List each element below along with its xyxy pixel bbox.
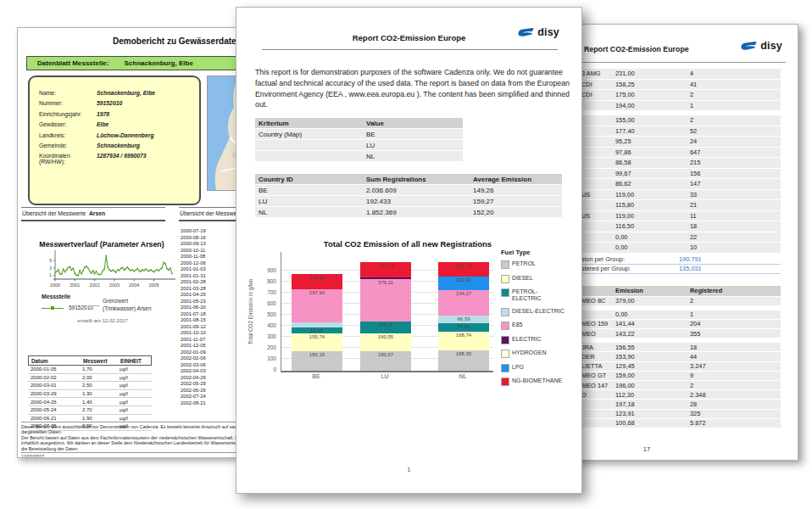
bar-value-label: 188,30	[438, 351, 489, 356]
item-label: 2000-11-08	[181, 254, 205, 260]
datasheet-banner: Datenblatt Messstelle: Schnackenburg, El…	[26, 56, 242, 70]
arsen-line-chart: 135200020012002200320042005	[31, 247, 180, 289]
list-item: Koordinaten (RW/HW):1287934 / 6990073	[30, 153, 199, 163]
bar-segment-diesel: 160,55	[360, 333, 411, 351]
table-cell: µg/l	[118, 416, 152, 421]
emission-table-models: EmissionRegisteredMEO 8C379,0020,001MEO …	[570, 286, 781, 428]
table-row: O112,302.348	[570, 390, 781, 399]
table-row: 86,58215	[570, 158, 781, 168]
svg-text:2000: 2000	[50, 282, 60, 288]
list-item: Gemeinde:Schnackenburg	[30, 143, 199, 153]
table-cell: 159,00	[615, 372, 690, 379]
banner-value: Schnackenburg, Elbe	[124, 59, 192, 67]
table-cell: 215	[690, 159, 781, 166]
item-label: sion per Group:	[570, 255, 679, 263]
co2-chart-legend: Fuel Type PETROLDIESELPETROL- ELECTRICDI…	[501, 249, 579, 392]
item-label: 2002-08-21	[181, 400, 206, 407]
item-label: 2002-02-06	[181, 355, 206, 362]
table-cell: 2000-02-02	[28, 375, 80, 380]
section-param: Arsen	[89, 210, 105, 216]
co2-y-axis-label: Total CO2 Emission in g/km	[247, 252, 256, 371]
item-label: 2001-02-28	[181, 279, 206, 286]
table-cell: µg/l	[118, 383, 152, 388]
footer-divider-bottom	[21, 452, 246, 453]
legend-item: NG-BIOMETHANE	[501, 378, 579, 386]
table-cell: 197,18	[615, 400, 690, 408]
table-header-row: Country IDSum RegistrationsAverage Emiss…	[255, 174, 562, 184]
legend-label: E85	[512, 322, 522, 330]
table-row: MEO143,22355	[570, 329, 781, 338]
item-value: 59152010	[97, 100, 122, 110]
item-label: 2002-03-06	[181, 362, 206, 369]
table-row: MEO 8C379,002	[570, 297, 781, 305]
table-row: 0,0010	[570, 243, 781, 253]
section-header-arsen: Übersicht der Messwerte Arsen	[21, 207, 165, 221]
table-cell: 147	[690, 180, 781, 187]
table-cell: Country ID	[255, 176, 363, 183]
list-item: Name:Schnackenburg, Elbe	[30, 90, 199, 100]
table-row: MEO 159141,44204	[570, 320, 781, 328]
table-row: MEO 147196,002	[570, 381, 781, 389]
bar-segment-petrol-electric: 108,31	[360, 322, 411, 333]
table-cell: BE	[255, 187, 363, 194]
legend-swatch	[501, 350, 509, 358]
disy-logo: disy	[516, 26, 559, 38]
table-cell: LU	[255, 198, 363, 205]
bar-value-label: 108,31	[360, 322, 411, 327]
item-label: 2001-09-12	[181, 324, 206, 331]
table-cell: Messwert	[81, 358, 119, 364]
bar-segment-petrol-electric: 74,06	[438, 323, 489, 332]
table-cell: 2	[690, 382, 781, 389]
list-item: Gewässer:Elbe	[30, 121, 199, 131]
bar-value-label: 297,90	[292, 290, 342, 295]
bar-segment-e85: 234,27	[438, 290, 489, 316]
table-row: NL	[255, 151, 463, 161]
co2-report-page-1: Report CO2-Emission Europe disy This rep…	[236, 7, 582, 494]
svg-text:2002: 2002	[89, 282, 99, 288]
item-label: Nummer:	[39, 100, 97, 110]
table-row: MEO GT159,009	[570, 372, 781, 380]
y-tick-label: 200	[259, 344, 276, 350]
table-header-row: KriteriumValue	[255, 118, 463, 128]
item-value: 135,031	[679, 265, 702, 272]
bar-segment-ng-biomethane: 136,96	[292, 274, 342, 289]
table-cell: µg/l	[118, 366, 152, 372]
list-item: Nummer:59152010	[30, 100, 199, 110]
table-cell: 11	[690, 212, 781, 220]
table-cell: 156,55	[615, 344, 690, 351]
legend-item: DIESEL	[501, 275, 579, 283]
table-row: 2000-05-242,70µg/l	[28, 406, 152, 415]
item-label: stered per Group:	[570, 265, 679, 272]
co2-y-ticks: 0100200300400500600700800900	[259, 252, 279, 371]
table-row: 86,62147	[570, 179, 781, 189]
table-cell: 2	[690, 297, 781, 305]
legend-title: Fuel Type	[501, 249, 579, 256]
table-cell: 18	[690, 222, 781, 230]
svg-text:5: 5	[49, 258, 52, 263]
bar-segment-e85: 297,90	[292, 289, 342, 322]
table-cell: 95,25	[615, 137, 690, 145]
legend-swatch	[501, 260, 509, 269]
table-cell: Emission	[615, 287, 690, 294]
item-label: 2000-10-11	[181, 248, 205, 255]
limit-line-swatch	[88, 305, 100, 306]
table-cell: Kriterium	[255, 120, 363, 127]
table-cell: 2,70	[80, 407, 118, 412]
y-tick-label: 600	[259, 300, 276, 306]
table-cell: 97,86	[615, 148, 690, 156]
bar-segment-ng-biomethane: 131,29	[438, 262, 489, 277]
footer-date: 12/02/2017	[21, 454, 44, 458]
legend-swatch	[501, 308, 509, 316]
item-label: 2001-05-23	[181, 299, 206, 305]
table-cell: 194,00	[615, 102, 690, 109]
item-label: 2002-07-24	[181, 394, 206, 400]
table-row: 115,8021	[570, 200, 781, 210]
bar-segment-electric	[360, 277, 411, 279]
legend-items: PETROLDIESELPETROL- ELECTRICDIESEL-ELECT…	[501, 260, 579, 386]
section-title: Übersicht der Messwerte	[180, 210, 243, 216]
water-report-page: Demobericht zu Gewässerdaten Datenblatt …	[17, 27, 250, 458]
y-tick-label: 700	[259, 289, 276, 295]
table-cell: Country (Map)	[255, 131, 363, 138]
legend-item: PETROL	[501, 260, 579, 269]
bar-segment-diesel: 155,74	[292, 333, 342, 350]
